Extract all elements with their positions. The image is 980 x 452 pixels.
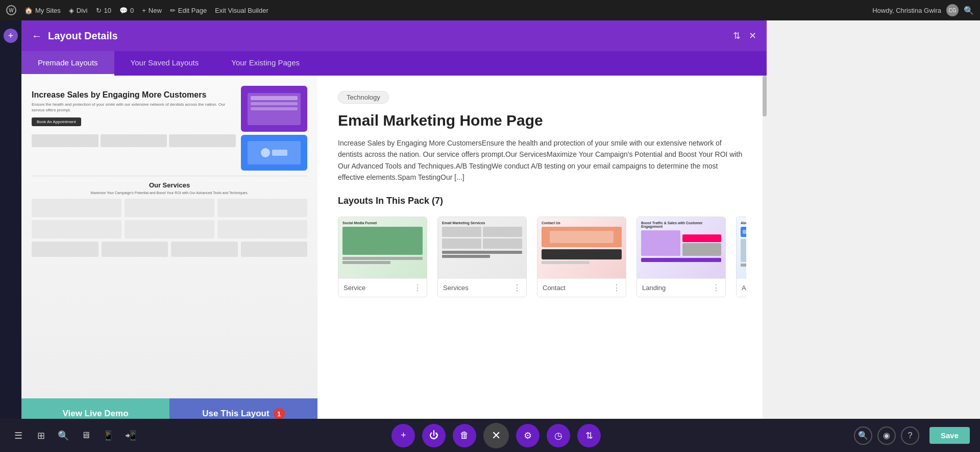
power-button[interactable]: ⏻ <box>422 424 446 447</box>
desktop-view-button[interactable]: 🖥 <box>78 427 94 444</box>
exit-builder-link[interactable]: Exit Visual Builder <box>215 7 268 14</box>
responsive-button[interactable]: ⇅ <box>577 424 601 447</box>
layout-card-landing-preview: Boost Traffic & Sales with Customer Enga… <box>637 217 725 278</box>
preview-bottom-row <box>32 242 307 257</box>
settings-button[interactable]: ⚙ <box>516 424 540 447</box>
layout-grid-button[interactable]: ⊞ <box>33 427 49 444</box>
services-section-title: Our Services <box>32 181 307 189</box>
plus-icon: + <box>142 7 146 14</box>
wordpress-logo[interactable]: W <box>6 5 16 15</box>
side-panel: + <box>0 20 21 452</box>
about-card-label: About <box>742 284 746 292</box>
detail-panel: Technology Email Marketing Home Page Inc… <box>317 76 767 429</box>
layout-card-service-preview: Social Media Funnel <box>338 217 427 278</box>
layout-tag: Technology <box>338 91 389 104</box>
user-info: Howdy, Christina Gwira CG 🔍 <box>872 4 974 16</box>
services-section-sub: Maximize Your Campaign's Potential and B… <box>32 191 307 195</box>
modal-header-icons: ⇅ ✕ <box>733 30 756 41</box>
layout-card-landing-footer: Landing ⋮ <box>637 278 725 297</box>
search-right-button[interactable]: 🔍 <box>854 426 872 445</box>
layout-card-services[interactable]: Email Marketing Services <box>437 217 527 297</box>
comment-icon: 💬 <box>119 7 128 14</box>
layout-card-about-preview: About Us <box>737 217 746 278</box>
layout-preview-image: Increase Sales by Engaging More Customer… <box>21 76 317 398</box>
back-button[interactable]: ← <box>32 30 42 42</box>
service-card-menu[interactable]: ⋮ <box>413 283 422 293</box>
services-card-menu[interactable]: ⋮ <box>513 283 521 293</box>
close-modal-icon[interactable]: ✕ <box>749 30 756 41</box>
tab-saved-layouts[interactable]: Your Saved Layouts <box>114 51 215 76</box>
pencil-icon: ✏ <box>170 7 176 14</box>
services-card-label: Services <box>443 284 513 292</box>
contact-card-label: Contact <box>543 284 612 292</box>
add-element-button[interactable]: + <box>4 29 18 43</box>
delete-button[interactable]: 🗑 <box>453 424 476 447</box>
save-button[interactable]: Save <box>929 427 970 444</box>
bottom-right-tools: 🔍 ◉ ? Save <box>854 426 970 445</box>
layout-card-services-footer: Services ⋮ <box>438 278 526 297</box>
landing-card-label: Landing <box>642 284 712 292</box>
modal-body: Increase Sales by Engaging More Customer… <box>21 76 767 429</box>
hamburger-button[interactable]: ☰ <box>10 427 27 444</box>
layout-card-service[interactable]: Social Media Funnel Service ⋮ <box>338 217 427 297</box>
tablet-view-button[interactable]: 📱 <box>100 427 116 444</box>
preview-hero-text: Increase Sales by Engaging More Customer… <box>32 90 236 100</box>
layouts-grid: Social Media Funnel Service ⋮ <box>338 217 746 302</box>
services-grid <box>32 199 307 239</box>
preview-cta-button: Book An Appointment <box>32 117 81 126</box>
layout-details-modal: ← Layout Details ⇅ ✕ Premade Layouts You… <box>21 20 767 429</box>
bottom-left-tools: ☰ ⊞ 🔍 🖥 📱 📲 <box>10 427 139 444</box>
top-bar: W 🏠 My Sites ◈ Divi ↻ 10 💬 0 + New ✏ Edi… <box>0 0 980 20</box>
preview-sub-text: Ensure the health and protection of your… <box>32 102 236 113</box>
divi-link[interactable]: ◈ Divi <box>69 7 88 14</box>
comments-link[interactable]: 💬 0 <box>119 7 134 14</box>
layout-count-badge: 1 <box>274 408 285 419</box>
edit-page-link[interactable]: ✏ Edit Page <box>170 7 207 14</box>
updates-link[interactable]: ↻ 10 <box>96 7 111 14</box>
landing-card-menu[interactable]: ⋮ <box>712 283 720 293</box>
resize-icon[interactable]: ⇅ <box>733 30 741 41</box>
new-link[interactable]: + New <box>142 7 162 14</box>
bottom-center-tools: + ⏻ 🗑 ✕ ⚙ ◷ ⇅ <box>139 423 854 448</box>
layout-description: Increase Sales by Engaging More Customer… <box>338 137 746 183</box>
layout-card-about-footer: About ⋮ <box>737 278 746 297</box>
tab-existing-pages[interactable]: Your Existing Pages <box>215 51 316 76</box>
scrollbar-thumb <box>763 76 767 116</box>
modal-header: ← Layout Details ⇅ ✕ <box>21 20 767 51</box>
preview-mockup: Increase Sales by Engaging More Customer… <box>21 76 317 267</box>
close-builder-button[interactable]: ✕ <box>483 423 509 448</box>
layout-card-about[interactable]: About Us <box>736 217 746 297</box>
layouts-in-pack-heading: Layouts In This Pack (7) <box>338 196 746 206</box>
settings-right-button[interactable]: ◉ <box>877 426 896 445</box>
mobile-view-button[interactable]: 📲 <box>122 427 139 444</box>
service-card-label: Service <box>344 284 413 292</box>
divi-icon: ◈ <box>69 7 74 14</box>
layout-detail-title: Email Marketing Home Page <box>338 112 746 129</box>
preview-panel: Increase Sales by Engaging More Customer… <box>21 76 317 429</box>
contact-card-menu[interactable]: ⋮ <box>612 283 621 293</box>
my-sites-link[interactable]: 🏠 My Sites <box>24 7 61 14</box>
add-content-button[interactable]: + <box>391 424 415 447</box>
modal-tabs: Premade Layouts Your Saved Layouts Your … <box>21 51 767 76</box>
layout-card-contact-footer: Contact ⋮ <box>537 278 626 297</box>
home-icon: 🏠 <box>24 7 33 14</box>
modal-scrollbar[interactable] <box>763 76 767 429</box>
help-button[interactable]: ? <box>901 426 919 445</box>
layout-card-services-preview: Email Marketing Services <box>438 217 526 278</box>
search-icon[interactable]: 🔍 <box>964 6 974 15</box>
bottom-toolbar: ☰ ⊞ 🔍 🖥 📱 📲 + ⏻ 🗑 ✕ ⚙ ◷ ⇅ 🔍 ◉ ? Save <box>0 419 980 452</box>
layout-card-landing[interactable]: Boost Traffic & Sales with Customer Enga… <box>636 217 726 297</box>
modal-title: Layout Details <box>48 30 733 42</box>
layout-card-service-footer: Service ⋮ <box>338 278 427 297</box>
layout-card-contact-preview: Contact Us <box>537 217 626 278</box>
history-button[interactable]: ◷ <box>547 424 570 447</box>
search-button[interactable]: 🔍 <box>55 427 71 444</box>
user-avatar: CG <box>946 4 959 16</box>
tab-premade-layouts[interactable]: Premade Layouts <box>21 51 114 76</box>
layout-card-contact[interactable]: Contact Us Contact ⋮ <box>537 217 626 297</box>
refresh-icon: ↻ <box>96 7 102 14</box>
